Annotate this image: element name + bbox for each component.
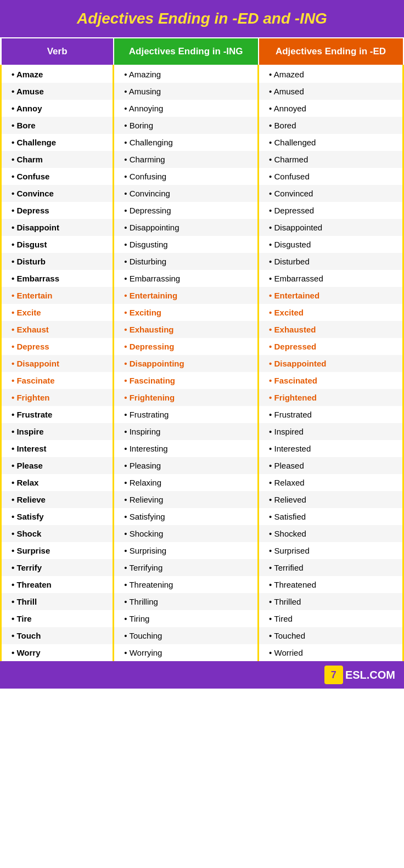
table-row: CharmCharmingCharmed	[1, 151, 403, 168]
cell-verb: Convince	[1, 185, 114, 202]
cell-verb: Please	[1, 457, 114, 474]
cell-ed: Fascinated	[259, 372, 403, 389]
cell-ed: Interested	[259, 440, 403, 457]
table-row: EmbarrassEmbarrassingEmbarrassed	[1, 270, 403, 287]
cell-ing: Boring	[114, 117, 259, 134]
table-row: DisappointDisappointingDisappointed	[1, 219, 403, 236]
cell-verb: Embarrass	[1, 270, 114, 287]
cell-verb: Annoy	[1, 100, 114, 117]
table-row: SurpriseSurprisingSurprised	[1, 542, 403, 559]
cell-ing: Entertaining	[114, 287, 259, 304]
cell-verb: Threaten	[1, 576, 114, 593]
table-row: ShockShockingShocked	[1, 525, 403, 542]
cell-ing: Inspiring	[114, 423, 259, 440]
table-row: EntertainEntertainingEntertained	[1, 287, 403, 304]
cell-verb: Terrify	[1, 559, 114, 576]
cell-ed: Disappointed	[259, 355, 403, 372]
cell-ing: Amazing	[114, 65, 259, 83]
cell-ing: Relaxing	[114, 474, 259, 491]
cell-ed: Amused	[259, 83, 403, 100]
cell-ed: Surprised	[259, 542, 403, 559]
cell-ed: Charmed	[259, 151, 403, 168]
cell-ed: Confused	[259, 168, 403, 185]
table-row: FrustrateFrustratingFrustrated	[1, 406, 403, 423]
column-header-verb: Verb	[1, 38, 114, 65]
cell-ing: Charming	[114, 151, 259, 168]
cell-verb: Fascinate	[1, 372, 114, 389]
cell-ing: Disgusting	[114, 236, 259, 253]
cell-verb: Frighten	[1, 389, 114, 406]
table-row: BoreBoringBored	[1, 117, 403, 134]
cell-verb: Relax	[1, 474, 114, 491]
logo-text: ESL.COM	[345, 669, 395, 681]
logo-icon: 7	[324, 666, 343, 684]
table-row: DisappointDisappointingDisappointed	[1, 355, 403, 372]
column-header-ed: Adjectives Ending in -ED	[259, 38, 403, 65]
cell-ing: Relieving	[114, 491, 259, 508]
cell-ing: Pleasing	[114, 457, 259, 474]
cell-ed: Touched	[259, 627, 403, 644]
cell-ed: Depressed	[259, 338, 403, 355]
cell-ing: Frightening	[114, 389, 259, 406]
cell-verb: Touch	[1, 627, 114, 644]
cell-ing: Annoying	[114, 100, 259, 117]
table-row: InterestInterestingInterested	[1, 440, 403, 457]
cell-verb: Amuse	[1, 83, 114, 100]
cell-ed: Relaxed	[259, 474, 403, 491]
cell-ed: Thrilled	[259, 593, 403, 610]
cell-ed: Inspired	[259, 423, 403, 440]
table-row: SatisfySatisfyingSatisfied	[1, 508, 403, 525]
cell-verb: Disgust	[1, 236, 114, 253]
table-row: TireTiringTired	[1, 610, 403, 627]
cell-verb: Entertain	[1, 287, 114, 304]
cell-ing: Worrying	[114, 644, 259, 661]
cell-ed: Embarrassed	[259, 270, 403, 287]
cell-ing: Frustrating	[114, 406, 259, 423]
table-row: AmuseAmusingAmused	[1, 83, 403, 100]
table-row: AnnoyAnnoyingAnnoyed	[1, 100, 403, 117]
page-title: Adjectives Ending in -ED and -ING	[0, 0, 404, 37]
cell-ing: Tiring	[114, 610, 259, 627]
cell-ed: Bored	[259, 117, 403, 134]
cell-verb: Disturb	[1, 253, 114, 270]
column-header-ing: Adjectives Ending in -ING	[114, 38, 259, 65]
cell-ed: Depressed	[259, 202, 403, 219]
cell-ing: Embarrassing	[114, 270, 259, 287]
table-row: ThrillThrillingThrilled	[1, 593, 403, 610]
footer: 7 ESL.COM	[0, 661, 404, 689]
cell-ing: Challenging	[114, 134, 259, 151]
cell-verb: Amaze	[1, 65, 114, 83]
cell-ed: Exhausted	[259, 321, 403, 338]
cell-ed: Disturbed	[259, 253, 403, 270]
table-row: TouchTouchingTouched	[1, 627, 403, 644]
cell-ed: Disgusted	[259, 236, 403, 253]
cell-ing: Exhausting	[114, 321, 259, 338]
table-row: DepressDepressingDepressed	[1, 202, 403, 219]
cell-ed: Convinced	[259, 185, 403, 202]
table-row: AmazeAmazingAmazed	[1, 65, 403, 83]
table-row: ChallengeChallengingChallenged	[1, 134, 403, 151]
cell-ed: Challenged	[259, 134, 403, 151]
cell-verb: Confuse	[1, 168, 114, 185]
cell-verb: Interest	[1, 440, 114, 457]
cell-verb: Excite	[1, 304, 114, 321]
cell-ing: Fascinating	[114, 372, 259, 389]
cell-verb: Bore	[1, 117, 114, 134]
table-row: DisturbDisturbingDisturbed	[1, 253, 403, 270]
cell-ed: Frightened	[259, 389, 403, 406]
table-row: ConvinceConvincingConvinced	[1, 185, 403, 202]
table-row: FascinateFascinatingFascinated	[1, 372, 403, 389]
cell-ing: Touching	[114, 627, 259, 644]
cell-ing: Disappointing	[114, 219, 259, 236]
cell-ing: Convincing	[114, 185, 259, 202]
cell-verb: Depress	[1, 338, 114, 355]
cell-verb: Frustrate	[1, 406, 114, 423]
cell-ed: Entertained	[259, 287, 403, 304]
table-row: ExhaustExhaustingExhausted	[1, 321, 403, 338]
table-row: TerrifyTerrifyingTerrified	[1, 559, 403, 576]
cell-verb: Satisfy	[1, 508, 114, 525]
cell-ing: Surprising	[114, 542, 259, 559]
cell-ing: Disturbing	[114, 253, 259, 270]
cell-ed: Worried	[259, 644, 403, 661]
table-row: FrightenFrighteningFrightened	[1, 389, 403, 406]
